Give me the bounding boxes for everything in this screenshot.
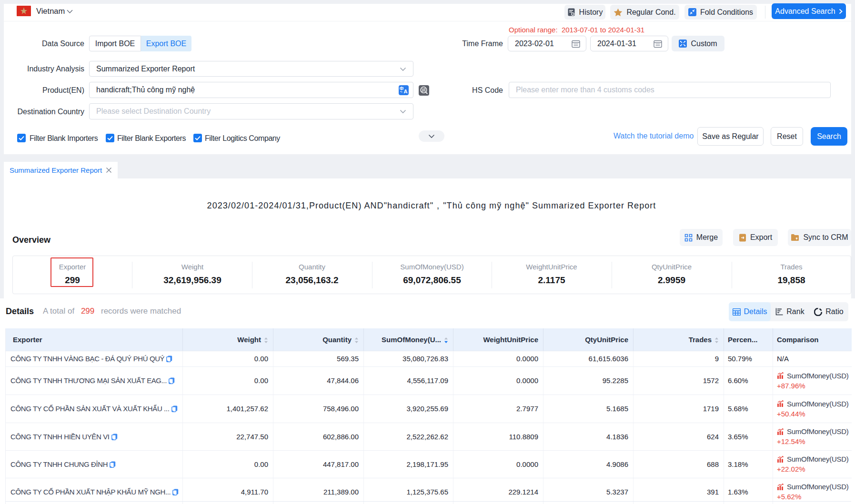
svg-text:A: A xyxy=(404,89,408,94)
